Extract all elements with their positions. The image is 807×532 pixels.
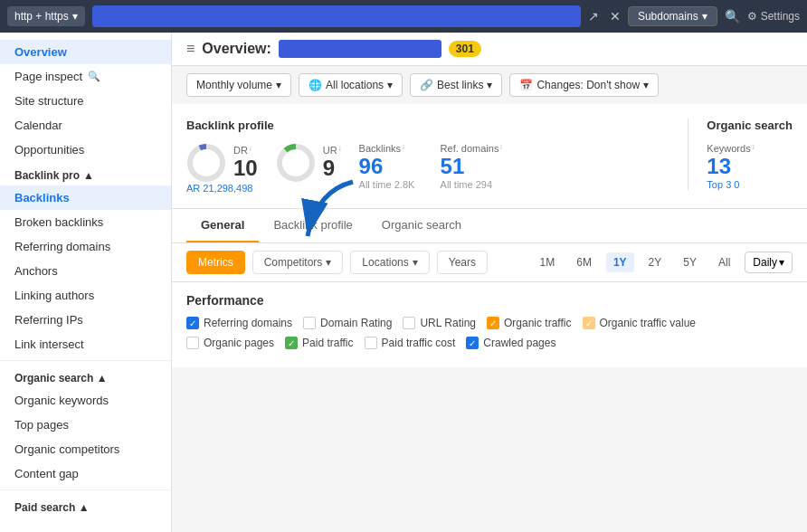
sidebar-item-anchors[interactable]: Anchors bbox=[0, 259, 171, 283]
backlinks-label: Backlinks ⁱ bbox=[359, 143, 404, 154]
keywords-label: Keywords ⁱ bbox=[707, 143, 793, 154]
external-link-icon[interactable]: ↗ bbox=[588, 9, 599, 24]
globe-icon: 🌐 bbox=[309, 79, 322, 91]
domain-rating-checkbox[interactable] bbox=[303, 317, 316, 329]
all-locations-dropdown[interactable]: 🌐 All locations ▾ bbox=[299, 73, 403, 97]
top-bar-icons: ↗ ✕ bbox=[588, 9, 621, 24]
hamburger-menu-icon[interactable]: ≡ bbox=[186, 41, 195, 57]
url-bar[interactable] bbox=[92, 5, 581, 27]
competitors-dropdown[interactable]: Competitors ▾ bbox=[252, 251, 344, 274]
sidebar-opportunities-label: Opportunities bbox=[14, 143, 84, 157]
crawled-pages-check-label: Crawled pages bbox=[483, 337, 555, 349]
paid-traffic-cost-checkbox[interactable] bbox=[365, 337, 377, 349]
tab-general[interactable]: General bbox=[186, 209, 259, 242]
organic-pages-checkbox[interactable] bbox=[186, 337, 199, 349]
checkbox-paid-traffic-cost[interactable]: Paid traffic cost bbox=[365, 337, 456, 349]
checkbox-organic-traffic-value[interactable]: ✓ Organic traffic value bbox=[583, 317, 697, 329]
sidebar-item-organic-keywords[interactable]: Organic keywords bbox=[0, 388, 171, 413]
referring-domains-check-label: Referring domains bbox=[204, 317, 292, 329]
daily-dropdown[interactable]: Daily ▾ bbox=[745, 252, 793, 273]
dr-info-icon[interactable]: ⁱ bbox=[250, 146, 252, 156]
sidebar-content-gap-label: Content gap bbox=[14, 467, 79, 480]
sidebar-item-referring-ips[interactable]: Referring IPs bbox=[0, 308, 171, 332]
tab-organic-search[interactable]: Organic search bbox=[367, 209, 476, 242]
paid-traffic-checkbox[interactable]: ✓ bbox=[285, 337, 298, 349]
competitors-chevron-icon: ▾ bbox=[326, 256, 331, 269]
sidebar-item-calendar[interactable]: Calendar bbox=[0, 113, 171, 138]
sidebar-section-paid-search[interactable]: Paid search ▲ bbox=[0, 494, 171, 518]
organic-search-section-label: Organic search ▲ bbox=[14, 372, 108, 385]
years-button[interactable]: Years bbox=[437, 251, 488, 274]
sidebar-item-site-structure[interactable]: Site structure bbox=[0, 89, 171, 113]
referring-domains-checkbox[interactable]: ✓ bbox=[186, 317, 199, 329]
ur-value: 9 bbox=[323, 156, 341, 181]
subdomains-chevron-icon: ▾ bbox=[702, 10, 707, 23]
best-links-label: Best links bbox=[437, 79, 483, 91]
time-1m-button[interactable]: 1M bbox=[533, 252, 563, 272]
sidebar-item-backlinks[interactable]: Backlinks bbox=[0, 185, 171, 210]
sidebar-referring-ips-label: Referring IPs bbox=[14, 313, 83, 327]
sidebar-item-broken-backlinks[interactable]: Broken backlinks bbox=[0, 210, 171, 234]
crawled-pages-checkbox[interactable]: ✓ bbox=[466, 337, 479, 349]
monthly-volume-dropdown[interactable]: Monthly volume ▾ bbox=[186, 73, 291, 97]
sidebar-item-page-inspect[interactable]: Page inspect 🔍 bbox=[0, 64, 171, 89]
checkbox-domain-rating[interactable]: Domain Rating bbox=[303, 317, 392, 329]
ref-domains-info-icon[interactable]: ⁱ bbox=[500, 144, 502, 154]
backlink-profile-card: Backlink profile DR bbox=[172, 104, 807, 209]
sidebar-item-organic-competitors[interactable]: Organic competitors bbox=[0, 437, 171, 461]
time-1y-button[interactable]: 1Y bbox=[606, 252, 634, 272]
protocol-dropdown[interactable]: http + https ▾ bbox=[7, 6, 85, 26]
time-2y-button[interactable]: 2Y bbox=[641, 252, 669, 272]
checkboxes-row-2: Organic pages ✓ Paid traffic Paid traffi… bbox=[186, 337, 793, 349]
daily-chevron-icon: ▾ bbox=[779, 256, 784, 269]
url-rating-checkbox[interactable] bbox=[403, 317, 415, 329]
subdomains-dropdown[interactable]: Subdomains ▾ bbox=[628, 6, 717, 26]
paid-traffic-cost-check-label: Paid traffic cost bbox=[382, 337, 456, 349]
close-icon[interactable]: ✕ bbox=[610, 9, 621, 24]
changes-chevron-icon: ▾ bbox=[643, 79, 649, 91]
organic-search-title: Organic search bbox=[707, 119, 793, 132]
sidebar-referring-domains-label: Referring domains bbox=[14, 240, 110, 253]
organic-traffic-checkbox[interactable]: ✓ bbox=[487, 317, 499, 329]
changes-dropdown[interactable]: 📅 Changes: Don't show ▾ bbox=[509, 73, 659, 97]
ur-info-icon[interactable]: ⁱ bbox=[339, 146, 341, 156]
sidebar-divider-2 bbox=[0, 489, 171, 490]
checkbox-organic-pages[interactable]: Organic pages bbox=[186, 337, 274, 349]
sidebar-item-referring-domains[interactable]: Referring domains bbox=[0, 234, 171, 259]
checkbox-paid-traffic[interactable]: ✓ Paid traffic bbox=[285, 337, 353, 349]
keywords-sub: Top 3 0 bbox=[707, 179, 793, 190]
backlinks-info-icon[interactable]: ⁱ bbox=[403, 144, 404, 154]
tab-backlink-profile[interactable]: Backlink profile bbox=[259, 209, 366, 242]
checkbox-referring-domains[interactable]: ✓ Referring domains bbox=[186, 317, 292, 329]
keywords-info-icon[interactable]: ⁱ bbox=[753, 144, 755, 154]
sidebar-item-opportunities[interactable]: Opportunities bbox=[0, 138, 171, 162]
calendar-icon: 📅 bbox=[519, 79, 533, 91]
all-locations-chevron-icon: ▾ bbox=[387, 79, 393, 91]
sidebar-item-content-gap[interactable]: Content gap bbox=[0, 461, 171, 486]
checkbox-crawled-pages[interactable]: ✓ Crawled pages bbox=[466, 337, 555, 349]
sidebar-item-overview[interactable]: Overview bbox=[0, 40, 171, 64]
checkbox-url-rating[interactable]: URL Rating bbox=[403, 317, 476, 329]
tabs-bar: General Backlink profile Organic search bbox=[172, 209, 807, 243]
time-all-button[interactable]: All bbox=[711, 252, 737, 272]
locations-label: Locations bbox=[362, 256, 408, 269]
locations-dropdown[interactable]: Locations ▾ bbox=[350, 251, 429, 274]
locations-chevron-icon: ▾ bbox=[413, 256, 418, 269]
checkbox-organic-traffic[interactable]: ✓ Organic traffic bbox=[487, 317, 571, 329]
sidebar-organic-keywords-label: Organic keywords bbox=[14, 394, 109, 407]
organic-traffic-value-checkbox[interactable]: ✓ bbox=[583, 317, 595, 329]
sidebar-item-linking-authors[interactable]: Linking authors bbox=[0, 283, 171, 308]
settings-button[interactable]: ⚙ Settings bbox=[747, 10, 800, 23]
time-5y-button[interactable]: 5Y bbox=[676, 252, 704, 272]
search-icon[interactable]: 🔍 bbox=[725, 9, 740, 24]
sidebar-section-backlink-profile[interactable]: Backlink pro▲ bbox=[0, 162, 171, 185]
sidebar-overview-label: Overview bbox=[14, 45, 67, 59]
metrics-button[interactable]: Metrics bbox=[186, 251, 245, 274]
sidebar-item-link-intersect[interactable]: Link intersect bbox=[0, 332, 171, 356]
backlink-profile-title: Backlink profile bbox=[186, 119, 522, 132]
sidebar-item-top-pages[interactable]: Top pages bbox=[0, 413, 171, 437]
time-6m-button[interactable]: 6M bbox=[569, 252, 599, 272]
best-links-dropdown[interactable]: 🔗 Best links ▾ bbox=[410, 73, 502, 97]
sidebar-section-organic-search[interactable]: Organic search ▲ bbox=[0, 365, 171, 388]
dr-donut-chart bbox=[186, 143, 226, 183]
